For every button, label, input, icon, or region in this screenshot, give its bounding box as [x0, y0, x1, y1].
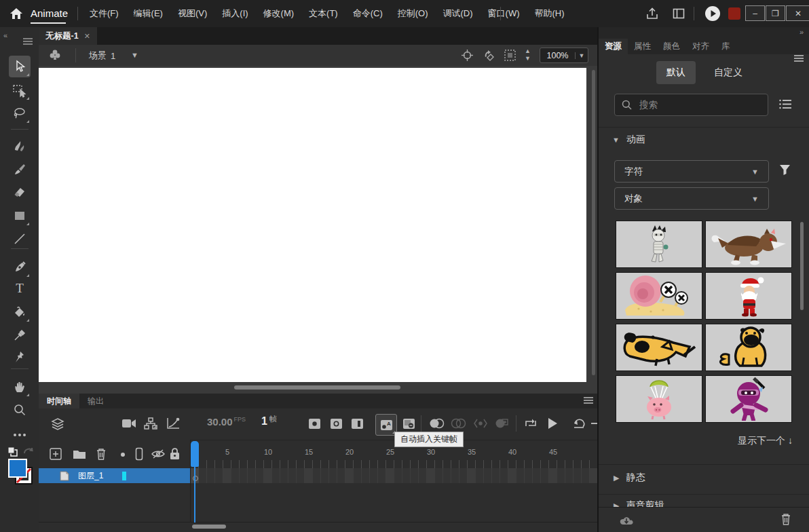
outline-color-dot-icon[interactable] [121, 453, 125, 457]
lock-layers-icon[interactable] [170, 447, 180, 460]
asset-santa-claus[interactable] [705, 272, 792, 320]
edit-symbols-icon[interactable] [48, 48, 62, 62]
center-frame-icon[interactable] [461, 49, 474, 62]
tab-library[interactable]: 库 [715, 39, 736, 54]
close-button[interactable]: ✕ [786, 5, 809, 21]
filter-icon[interactable] [779, 164, 791, 175]
scene-chevron-down-icon[interactable]: ▼ [131, 51, 138, 59]
cloud-download-icon[interactable] [619, 514, 634, 526]
timeline-horizontal-scrollbar[interactable] [192, 525, 226, 529]
stage-horizontal-scrollbar[interactable] [234, 385, 400, 390]
fill-color-chip[interactable] [8, 459, 27, 478]
tab-output[interactable]: 输出 [79, 394, 112, 408]
expand-panel-icon[interactable]: » [799, 28, 804, 36]
fps-display[interactable]: 30.00 FPS [207, 416, 246, 428]
eyedropper-tool[interactable] [9, 324, 31, 346]
highlight-layer-icon[interactable] [135, 447, 143, 461]
minimize-button[interactable]: – [745, 5, 765, 21]
character-dropdown[interactable]: 字符 ▼ [614, 160, 769, 183]
stage-vertical-scrollbar[interactable] [592, 70, 595, 375]
object-dropdown[interactable]: 对象 ▼ [614, 187, 769, 210]
default-colors-icon[interactable] [7, 446, 19, 458]
asset-werewolf[interactable] [705, 221, 792, 268]
menu-text[interactable]: 文本(T) [306, 7, 341, 20]
layer-frames-row[interactable] [191, 468, 597, 483]
publish-play-button[interactable] [704, 5, 721, 22]
rectangle-tool[interactable] [9, 205, 31, 227]
home-icon[interactable] [8, 5, 24, 22]
asset-sniffing-dog[interactable] [616, 324, 702, 371]
eraser-tool[interactable] [9, 181, 31, 203]
stage-canvas[interactable] [39, 68, 586, 382]
maximize-button[interactable]: ❐ [766, 5, 785, 21]
menu-view[interactable]: 视图(V) [175, 7, 210, 20]
document-tab[interactable]: 无标题-1 ✕ [39, 27, 97, 45]
lasso-tool[interactable] [9, 102, 31, 124]
show-next-link[interactable]: 显示下一个 ↓ [738, 435, 793, 447]
zoom-stepper[interactable]: ▲▼ [525, 48, 531, 62]
playhead[interactable] [191, 441, 199, 467]
zoom-level-control[interactable]: 100% ▼ [540, 48, 588, 63]
share-icon[interactable] [645, 6, 660, 21]
section-static[interactable]: ▶ 静态 [614, 472, 645, 484]
list-view-icon[interactable] [779, 99, 791, 109]
pen-tool[interactable] [9, 256, 31, 278]
clip-content-icon[interactable] [504, 49, 516, 62]
tab-color[interactable]: 颜色 [657, 39, 686, 54]
add-layer-icon[interactable] [50, 448, 62, 460]
asset-dead-snail[interactable] [616, 272, 702, 320]
zoom-tool[interactable] [9, 399, 31, 421]
onion-skin-icon[interactable] [428, 418, 445, 429]
menu-control[interactable]: 控制(O) [395, 7, 431, 20]
asset-purple-ninja[interactable] [705, 375, 792, 423]
menu-commands[interactable]: 命令(C) [350, 7, 385, 20]
hide-layers-eye-slash-icon[interactable] [151, 449, 166, 459]
insert-blank-keyframe-button[interactable] [331, 419, 342, 429]
section-animation[interactable]: ▼ 动画 [612, 134, 645, 146]
tools-panel-menu-icon[interactable] [23, 38, 33, 45]
remove-frame-button[interactable] [403, 419, 415, 429]
line-tool[interactable] [9, 228, 31, 250]
frame-graph-icon[interactable] [166, 417, 180, 430]
rotate-view-icon[interactable] [482, 48, 496, 62]
camera-icon[interactable] [121, 418, 136, 429]
menu-file[interactable]: 文件(F) [87, 7, 121, 20]
mode-default-button[interactable]: 默认 [656, 61, 696, 84]
document-tab-close-icon[interactable]: ✕ [84, 32, 90, 41]
search-box[interactable] [614, 94, 768, 116]
tab-timeline[interactable]: 时间轴 [39, 394, 79, 408]
tab-assets[interactable]: 资源 [599, 39, 628, 54]
text-tool[interactable]: T [9, 278, 31, 299]
paint-bucket-tool[interactable] [9, 301, 31, 323]
play-button[interactable] [546, 417, 559, 430]
classic-brush-tool[interactable] [9, 159, 31, 180]
panel-scrollbar[interactable] [800, 222, 804, 310]
swap-colors-icon[interactable] [23, 446, 34, 457]
hand-tool[interactable] [9, 376, 31, 398]
more-tools-icon[interactable] [9, 424, 31, 446]
add-folder-icon[interactable] [73, 449, 86, 459]
fluid-brush-tool[interactable] [9, 136, 31, 157]
timeline-panel-menu-icon[interactable] [584, 397, 593, 404]
delete-layer-icon[interactable] [96, 447, 107, 460]
tab-properties[interactable]: 属性 [628, 39, 657, 54]
asset-parachute-pig[interactable] [616, 375, 702, 423]
scene-breadcrumb[interactable]: 场景 1 [89, 50, 115, 62]
menu-insert[interactable]: 插入(I) [219, 7, 250, 20]
menu-debug[interactable]: 调试(D) [440, 7, 476, 20]
workspace-icon[interactable] [672, 7, 685, 20]
layer-parenting-icon[interactable] [144, 417, 157, 430]
menu-help[interactable]: 帮助(H) [532, 7, 567, 20]
layers-stack-icon[interactable] [50, 417, 65, 432]
menu-window[interactable]: 窗口(W) [485, 7, 523, 20]
selection-tool[interactable] [9, 56, 31, 77]
menu-edit[interactable]: 编辑(E) [131, 7, 166, 20]
search-input[interactable] [638, 99, 742, 111]
menu-modify[interactable]: 修改(M) [261, 7, 297, 20]
insert-frame-button[interactable] [352, 419, 363, 429]
layer-row[interactable]: 图层_1 [39, 468, 190, 483]
zoom-chevron-down-icon[interactable]: ▼ [575, 52, 588, 59]
loop-playback-icon[interactable] [523, 417, 538, 430]
collapse-panel-icon[interactable]: « [3, 31, 7, 39]
asset-mummy-character[interactable] [616, 221, 702, 268]
